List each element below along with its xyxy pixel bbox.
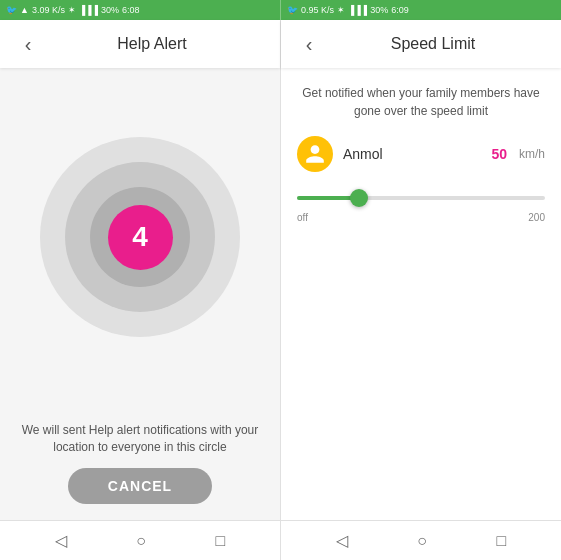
speed-unit: km/h	[519, 147, 545, 161]
status-bar-right: 🐦 0.95 K/s ✶ ▐▐▐ 30% 6:09	[280, 0, 561, 20]
right-time: 6:09	[391, 5, 409, 15]
user-name: Anmol	[343, 146, 481, 162]
left-content: 4	[0, 68, 280, 406]
left-recents-nav-icon[interactable]: □	[216, 532, 226, 550]
cancel-button[interactable]: CANCEL	[68, 468, 212, 504]
right-speed: 0.95 K/s	[301, 5, 334, 15]
wifi-icon: ▲	[20, 5, 29, 15]
slider-container: off 200	[297, 188, 545, 223]
screen-right: ‹ Speed Limit Get notified when your fam…	[281, 20, 561, 520]
right-signal-icon: ▐▐▐	[348, 5, 367, 15]
left-title: Help Alert	[40, 35, 264, 53]
right-recents-nav-icon[interactable]: □	[497, 532, 507, 550]
user-avatar	[297, 136, 333, 172]
help-text: We will sent Help alert notifications wi…	[16, 422, 264, 456]
speed-value: 50	[491, 146, 507, 162]
signal-icon: ▐▐▐	[79, 5, 98, 15]
left-battery: 30%	[101, 5, 119, 15]
left-home-nav-icon[interactable]: ○	[136, 532, 146, 550]
right-home-nav-icon[interactable]: ○	[417, 532, 427, 550]
screens-container: ‹ Help Alert 4 We will sent Help alert n…	[0, 20, 561, 520]
left-speed: 3.09 K/s	[32, 5, 65, 15]
circle-center: 4	[108, 205, 173, 270]
right-nav: ◁ ○ □	[280, 521, 561, 560]
slider-max-label: 200	[528, 212, 545, 223]
slider-labels: off 200	[297, 212, 545, 223]
left-back-button[interactable]: ‹	[16, 32, 40, 56]
right-twitter-icon: 🐦	[287, 5, 298, 15]
person-icon	[304, 143, 326, 165]
right-app-bar: ‹ Speed Limit	[281, 20, 561, 68]
bottom-section: We will sent Help alert notifications wi…	[0, 406, 280, 520]
user-speed-row: Anmol 50 km/h	[297, 136, 545, 172]
alert-count: 4	[132, 221, 148, 253]
left-time: 6:08	[122, 5, 140, 15]
left-nav: ◁ ○ □	[0, 521, 280, 560]
twitter-icon: 🐦	[6, 5, 17, 15]
right-back-nav-icon[interactable]: ◁	[336, 531, 348, 550]
slider-thumb[interactable]	[350, 189, 368, 207]
left-app-bar: ‹ Help Alert	[0, 20, 280, 68]
left-back-nav-icon[interactable]: ◁	[55, 531, 67, 550]
right-content: Get notified when your family members ha…	[281, 68, 561, 520]
right-bluetooth-icon: ✶	[337, 5, 345, 15]
slider-min-label: off	[297, 212, 308, 223]
nav-bar: ◁ ○ □ ◁ ○ □	[0, 520, 561, 560]
screen-left: ‹ Help Alert 4 We will sent Help alert n…	[0, 20, 281, 520]
speed-description: Get notified when your family members ha…	[297, 84, 545, 120]
right-battery: 30%	[370, 5, 388, 15]
bluetooth-icon: ✶	[68, 5, 76, 15]
slider-track[interactable]	[297, 196, 545, 200]
right-back-button[interactable]: ‹	[297, 32, 321, 56]
circles-container: 4	[40, 137, 240, 337]
status-bar-left: 🐦 ▲ 3.09 K/s ✶ ▐▐▐ 30% 6:08	[0, 0, 280, 20]
right-title: Speed Limit	[321, 35, 545, 53]
status-bar: 🐦 ▲ 3.09 K/s ✶ ▐▐▐ 30% 6:08 🐦 0.95 K/s ✶…	[0, 0, 561, 20]
